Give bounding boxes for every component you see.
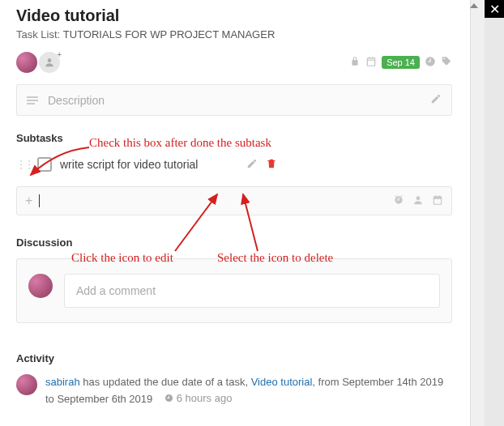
paragraph-icon <box>27 96 38 104</box>
task-detail-panel: Video tutorial Task List: TUTORIALS FOR … <box>0 0 468 426</box>
activity-user-link[interactable]: sabirah <box>45 376 80 388</box>
description-field[interactable]: Description <box>16 84 452 116</box>
assignee-avatars <box>16 52 60 73</box>
activity-text: has updated the due date of a task, <box>80 376 251 388</box>
avatar[interactable] <box>16 52 37 73</box>
activity-timestamp: 6 hours ago <box>164 390 233 407</box>
subtasks-header: Subtasks <box>16 132 452 144</box>
comment-box: Add a comment <box>16 258 452 323</box>
inner-scrollbar[interactable] <box>470 0 485 426</box>
avatar <box>28 274 53 298</box>
subtask-checkbox[interactable] <box>37 157 52 172</box>
activity-header: Activity <box>16 352 452 364</box>
tag-icon[interactable] <box>441 56 452 70</box>
outer-scrollbar[interactable] <box>485 18 504 426</box>
edit-subtask-button[interactable] <box>246 158 258 172</box>
task-title: Video tutorial <box>16 6 452 25</box>
svg-point-1 <box>416 196 421 200</box>
text-cursor <box>39 194 40 207</box>
scroll-up-icon <box>470 3 478 8</box>
tasklist-label: Task List: <box>16 28 60 40</box>
activity-task-link[interactable]: Video tutorial <box>251 376 313 388</box>
user-icon[interactable] <box>412 194 424 208</box>
comment-placeholder: Add a comment <box>76 284 156 297</box>
avatar <box>16 374 37 395</box>
close-button[interactable]: ✕ <box>485 0 504 18</box>
lock-icon[interactable] <box>349 56 361 70</box>
calendar-icon[interactable] <box>365 56 377 70</box>
svg-point-0 <box>48 58 52 62</box>
subtask-text[interactable]: write script for video tutorial <box>60 158 198 171</box>
delete-subtask-button[interactable] <box>266 158 277 172</box>
add-subtask-input[interactable]: + <box>16 186 452 215</box>
plus-icon: + <box>25 194 32 208</box>
tasklist-name[interactable]: TUTORIALS FOR WP PROJECT MANAGER <box>63 28 275 40</box>
due-date-badge[interactable]: Sep 14 <box>382 56 420 69</box>
activity-item: sabirah has updated the due date of a ta… <box>16 374 452 407</box>
subtask-row: ⋮⋮ write script for video tutorial <box>16 152 452 177</box>
clock-icon[interactable] <box>425 56 436 70</box>
comment-input[interactable]: Add a comment <box>64 274 440 308</box>
calendar-icon[interactable] <box>432 194 443 208</box>
drag-handle-icon[interactable]: ⋮⋮ <box>16 159 32 170</box>
task-meta-icons: Sep 14 <box>349 56 452 70</box>
alarm-icon[interactable] <box>393 194 404 208</box>
pencil-icon[interactable] <box>430 93 442 107</box>
description-placeholder: Description <box>48 94 105 107</box>
discussion-header: Discussion <box>16 236 452 249</box>
tasklist-breadcrumb: Task List: TUTORIALS FOR WP PROJECT MANA… <box>16 28 452 40</box>
clock-icon <box>164 394 173 403</box>
add-assignee-button[interactable] <box>39 52 60 73</box>
